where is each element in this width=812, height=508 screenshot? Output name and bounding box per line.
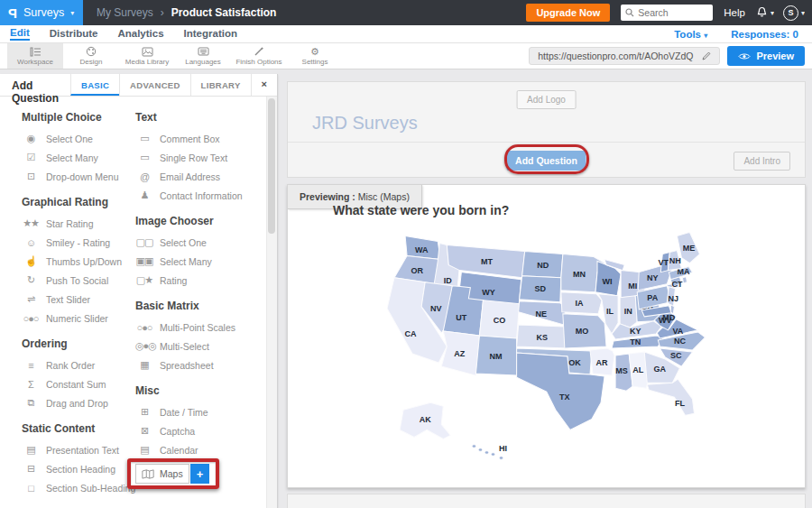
- product-switcher[interactable]: P Surveys ▾: [0, 0, 83, 25]
- state-IA[interactable]: [561, 292, 602, 314]
- question-type-drag-and-drop[interactable]: ⧉Drag and Drop: [22, 393, 135, 412]
- tools-menu[interactable]: Tools ▾: [674, 29, 707, 40]
- question-type-label: Multi-Select: [160, 341, 209, 352]
- survey-url-box[interactable]: https://questionpro.com/t/AOhoVZdQ: [529, 47, 720, 65]
- state-AR[interactable]: [590, 348, 614, 375]
- toolbar-media-library[interactable]: Media Library: [119, 43, 175, 69]
- account-menu[interactable]: S ▾: [783, 5, 805, 21]
- state-ND[interactable]: [522, 252, 563, 278]
- maps-button[interactable]: Maps: [135, 464, 189, 484]
- comment-box-icon: ▭: [135, 133, 153, 144]
- state-NJ[interactable]: [667, 287, 675, 308]
- toolbar-label: Languages: [185, 58, 221, 66]
- panel-section-title: Misc: [135, 384, 266, 397]
- chevron-down-icon: ▾: [801, 9, 805, 17]
- state-HI[interactable]: [472, 445, 476, 448]
- state-AK[interactable]: [400, 402, 450, 439]
- question-type-select-many[interactable]: ☑Select Many: [22, 148, 135, 167]
- close-icon[interactable]: ×: [251, 74, 277, 96]
- question-type-thumbs-up-down[interactable]: ☝Thumbs Up/Down: [22, 252, 135, 271]
- numeric-slider-icon: ○●○: [22, 313, 40, 324]
- toolbar-design[interactable]: Design: [63, 43, 119, 69]
- toolbar-workspace[interactable]: Workspace: [7, 43, 63, 69]
- add-question-button[interactable]: Add Question: [506, 151, 586, 171]
- add-logo-button[interactable]: Add Logo: [516, 90, 577, 109]
- question-type-section-heading[interactable]: ⊟Section Heading: [22, 459, 135, 478]
- maps-add-button[interactable]: +: [190, 464, 209, 484]
- state-IN[interactable]: [620, 296, 637, 328]
- survey-nav: Edit Distribute Analytics Integration To…: [0, 25, 812, 43]
- toolbar-languages[interactable]: Languages: [175, 43, 231, 69]
- question-type-select-one[interactable]: ▢▢Select One: [135, 233, 266, 252]
- survey-title[interactable]: JRD Surveys: [312, 113, 418, 134]
- question-type-push-to-social[interactable]: ↻Push To Social: [22, 271, 135, 290]
- tab-integration[interactable]: Integration: [184, 28, 237, 40]
- upgrade-now-button[interactable]: Upgrade Now: [526, 4, 610, 22]
- question-type-date-time[interactable]: ⊞Date / Time: [135, 402, 266, 421]
- tab-distribute[interactable]: Distribute: [50, 28, 98, 40]
- search-input[interactable]: [638, 7, 706, 18]
- state-NE[interactable]: [519, 301, 566, 325]
- panel-section-misc: Misc⊞Date / Time⊠Captcha▤CalendarMaps+: [135, 384, 266, 487]
- question-type-calendar[interactable]: ▤Calendar: [135, 440, 266, 459]
- question-type-comment-box[interactable]: ▭Comment Box: [135, 129, 266, 148]
- state-NM[interactable]: [475, 336, 516, 375]
- breadcrumb-separator: ›: [161, 6, 164, 19]
- question-type-numeric-slider[interactable]: ○●○Numeric Slider: [22, 309, 135, 328]
- question-type-multi-select[interactable]: ◎●◎Multi-Select: [135, 337, 266, 356]
- question-type-label: Presentation Text: [46, 445, 119, 456]
- question-type-select-one[interactable]: ◉Select One: [22, 129, 135, 148]
- us-states-map: WAORCAIDNVMTWYUTCOAZNMNDSDNEKSOKTXMNIAMO…: [387, 232, 804, 472]
- tab-advanced[interactable]: ADVANCED: [119, 74, 190, 96]
- state-FL[interactable]: [647, 379, 694, 415]
- tab-library[interactable]: LIBRARY: [190, 74, 251, 96]
- question-type-rank-order[interactable]: ≡Rank Order: [22, 356, 135, 374]
- help-link[interactable]: Help: [724, 7, 745, 18]
- preview-button[interactable]: Preview: [727, 46, 805, 66]
- panel-scrollbar[interactable]: [266, 97, 277, 508]
- question-type-constant-sum[interactable]: ΣConstant Sum: [22, 374, 135, 393]
- state-HI[interactable]: [478, 448, 483, 452]
- state-NH[interactable]: [668, 251, 681, 271]
- state-CO[interactable]: [479, 300, 519, 338]
- state-HI[interactable]: [491, 453, 495, 457]
- toolbar-settings[interactable]: ⚙ Settings: [287, 43, 343, 69]
- question-type-star-rating[interactable]: ★★Star Rating: [22, 214, 135, 233]
- tab-basic[interactable]: BASIC: [70, 74, 119, 96]
- question-type-drop-down-menu[interactable]: ⊡Drop-down Menu: [22, 167, 135, 186]
- state-HI[interactable]: [484, 451, 489, 455]
- question-type-maps[interactable]: Maps+: [135, 462, 218, 487]
- scrollbar-thumb[interactable]: [268, 98, 275, 234]
- tab-edit[interactable]: Edit: [10, 27, 30, 41]
- state-SD[interactable]: [520, 276, 561, 302]
- question-type-contact-information[interactable]: ♟Contact Information: [135, 186, 266, 205]
- question-type-multi-point-scales[interactable]: ○●○Multi-Point Scales: [135, 318, 266, 337]
- question-type-select-many[interactable]: ▣▣Select Many: [135, 252, 266, 271]
- question-type-rating[interactable]: ▢★Rating: [135, 271, 266, 290]
- add-intro-button[interactable]: Add Intro: [734, 152, 790, 171]
- state-AZ[interactable]: [441, 331, 479, 375]
- question-type-email-address[interactable]: @Email Address: [135, 167, 266, 186]
- question-type-spreadsheet[interactable]: ▦Spreadsheet: [135, 356, 266, 374]
- question-type-presentation-text[interactable]: ▤Presentation Text: [22, 440, 135, 459]
- notifications-menu[interactable]: ▾: [756, 6, 774, 19]
- toolbar-finish-options[interactable]: Finish Options: [231, 43, 287, 69]
- responses-count[interactable]: Responses: 0: [731, 29, 798, 40]
- state-RI[interactable]: [682, 277, 687, 283]
- question-type-label: Contact Information: [160, 190, 243, 201]
- question-type-section-sub-heading[interactable]: □Section Sub-Heading: [22, 478, 135, 497]
- state-MO[interactable]: [563, 314, 606, 348]
- state-KS[interactable]: [517, 325, 570, 348]
- state-DE[interactable]: [670, 305, 674, 314]
- question-type-captcha[interactable]: ⊠Captcha: [135, 421, 266, 440]
- tab-analytics[interactable]: Analytics: [117, 28, 163, 40]
- question-type-single-row-text[interactable]: ▭Single Row Text: [135, 148, 266, 167]
- state-ME[interactable]: [677, 232, 699, 263]
- question-type-label: Calendar: [160, 445, 198, 456]
- question-type-smiley-rating[interactable]: ☺Smiley - Rating: [22, 233, 135, 252]
- question-type-text-slider[interactable]: ⇌Text Slider: [22, 290, 135, 309]
- breadcrumb-my-surveys[interactable]: My Surveys: [97, 6, 153, 19]
- search-icon: [625, 8, 634, 17]
- state-HI[interactable]: [499, 457, 503, 460]
- global-search[interactable]: [621, 5, 713, 21]
